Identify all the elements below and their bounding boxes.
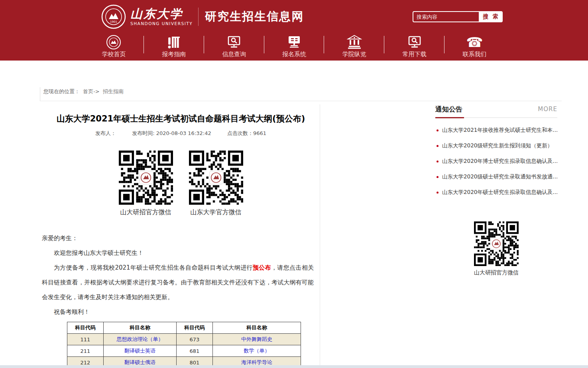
col-header-code: 科目代码: [177, 322, 213, 334]
subject-code: 111: [67, 334, 104, 345]
svg-text:1901: 1901: [110, 20, 117, 23]
article-body: 亲爱的考生： 欢迎您报考山东大学硕士研究生！ 为方便备考，现将我校2021年硕士…: [42, 231, 314, 319]
subject-link[interactable]: 翻译硕士英语: [124, 348, 155, 354]
col-header-name: 科目名称: [104, 322, 177, 334]
subject-link[interactable]: 翻译硕士俄语: [124, 359, 155, 365]
subject-name-cell: 数学（单）: [213, 345, 301, 357]
paragraph-welcome: 欢迎您报考山东大学硕士研究生！: [42, 246, 314, 260]
sidebar-qr-caption: 山大研招官方微信: [435, 269, 557, 276]
nav-label: 学校首页: [102, 51, 126, 58]
salutation: 亲爱的考生：: [42, 231, 314, 246]
nav-item-info-query[interactable]: 信息查询: [204, 34, 264, 58]
qr-code-yanzhao-wechat: [119, 151, 173, 205]
page: 1901 山东大学 SHANDONG UNIVERSITY 研究生招生信息网 搜…: [0, 0, 588, 368]
breadcrumb-home-link[interactable]: 首页: [83, 88, 93, 94]
article-meta: 发布人： 发布时间: 2020-08-03 16:32:42 点击次数：9661: [42, 130, 320, 137]
qr-block-university: 山东大学官方微信: [189, 151, 243, 217]
phone-icon: ☎: [466, 34, 483, 50]
nav-item-contact-us[interactable]: ☎ 联系我们: [444, 34, 505, 58]
notice-header: 通知公告 MORE: [435, 105, 557, 118]
search-bar: 搜 索: [413, 11, 503, 22]
qr-code-row: 山大研招官方微信 山东大学官方微信: [42, 151, 320, 217]
school-seal-icon: [106, 34, 121, 50]
nav-label: 联系我们: [463, 51, 487, 58]
notice-item[interactable]: 山东大学2020级研究生新生报到须知（更新）: [435, 142, 557, 149]
nav-label: 常用下载: [403, 51, 427, 58]
subject-code: 673: [177, 334, 213, 345]
publisher-label: 发布人：: [95, 130, 116, 136]
column-divider: [320, 104, 320, 365]
university-seal-icon: 1901: [101, 4, 126, 29]
table-row: 111 思想政治理论（单） 673 中外舞舞蹈史: [67, 334, 301, 345]
register-monitor-icon: [286, 34, 302, 50]
sidebar: 通知公告 MORE 山东大学2021年接收推荐免试硕士研究生和本... 山东大学…: [435, 105, 557, 276]
university-name: 山东大学 SHANDONG UNIVERSITY: [130, 8, 193, 26]
nav-label: 报名系统: [282, 51, 306, 58]
breadcrumb-current-link[interactable]: 招生指南: [103, 88, 124, 94]
qr-caption: 山东大学官方微信: [189, 208, 243, 217]
notice-item[interactable]: 山东大学2020年博士研究生拟录取信息确认及...: [435, 158, 557, 165]
viewport-bottom-strip: [0, 365, 588, 368]
university-name-cn: 山东大学: [130, 8, 193, 20]
subject-name-cell: 翻译硕士英语: [104, 345, 177, 357]
site-header: 1901 山东大学 SHANDONG UNIVERSITY 研究生招生信息网 搜…: [0, 0, 588, 61]
notice-list: 山东大学2021年接收推荐免试硕士研究生和本... 山东大学2020级研究生新生…: [435, 127, 557, 196]
notice-item[interactable]: 山东大学2020级硕士研究生录取通知书发放通...: [435, 173, 557, 180]
logo-divider: [198, 8, 199, 26]
subjects-table: 科目代码 科目名称 科目代码 科目名称 111 思想政治理论（单） 673 中外…: [67, 322, 301, 368]
subject-link[interactable]: 中外舞舞蹈史: [241, 336, 272, 342]
table-header-row: 科目代码 科目名称 科目代码 科目名称: [67, 322, 301, 334]
university-name-en: SHANDONG UNIVERSITY: [130, 21, 193, 26]
search-button[interactable]: 搜 索: [480, 11, 503, 22]
nav-item-school-home[interactable]: 学校首页: [84, 34, 144, 58]
subject-name-cell: 思想政治理论（单）: [104, 334, 177, 345]
paragraph-notice-text: 为方便备考，现将我校2021年硕士研究生招生各自命题科目考试大纲进行: [54, 264, 253, 271]
nav-item-downloads[interactable]: 常用下载: [384, 34, 444, 58]
publish-time: 发布时间: 2020-08-03 16:32:42: [132, 130, 211, 136]
download-monitor-icon: [407, 34, 423, 50]
subject-name-cell: 中外舞舞蹈史: [213, 334, 301, 345]
guide-icon: [166, 34, 181, 50]
article: 山东大学2021年硕士生招生考试初试自命题科目考试大纲(预公布) 发布人： 发布…: [42, 104, 320, 368]
breadcrumb: 您现在的位置： 首页-> 招生指南: [40, 87, 562, 101]
qr-block-yanzhao: 山大研招官方微信: [119, 151, 173, 217]
subject-link[interactable]: 思想政治理论（单）: [117, 336, 163, 342]
main-nav: 学校首页 报考指南: [84, 34, 505, 58]
qr-code-university-wechat: [189, 151, 243, 205]
subject-code: 681: [177, 345, 213, 357]
nav-label: 学院纵览: [342, 51, 366, 58]
hit-count: 点击次数：9661: [227, 130, 266, 136]
nav-item-application-guide[interactable]: 报考指南: [144, 34, 204, 58]
nav-label: 报考指南: [162, 51, 186, 58]
nav-item-college-overview[interactable]: 学院纵览: [324, 34, 384, 58]
notice-item[interactable]: 山东大学2021年接收推荐免试硕士研究生和本...: [435, 127, 557, 134]
subject-code: 211: [67, 345, 104, 357]
breadcrumb-separator: ->: [93, 88, 100, 94]
nav-label: 信息查询: [222, 51, 246, 58]
paragraph-notice: 为方便备考，现将我校2021年硕士研究生招生各自命题科目考试大纲进行预公布，请您…: [42, 260, 314, 305]
paragraph-wish: 祝备考顺利！: [42, 305, 314, 319]
breadcrumb-prefix: 您现在的位置：: [43, 88, 80, 94]
subject-link[interactable]: 数学（单）: [244, 348, 270, 354]
sidebar-qr-code: [474, 221, 519, 266]
subject-link[interactable]: 海洋科学导论: [241, 359, 272, 365]
more-link[interactable]: MORE: [538, 106, 557, 113]
search-input[interactable]: [413, 11, 480, 22]
qr-caption: 山大研招官方微信: [119, 208, 173, 217]
article-title: 山东大学2021年硕士生招生考试初试自命题科目考试大纲(预公布): [42, 113, 320, 124]
logo[interactable]: 1901 山东大学 SHANDONG UNIVERSITY 研究生招生信息网: [101, 3, 304, 30]
col-header-name: 科目名称: [213, 322, 301, 334]
col-header-code: 科目代码: [67, 322, 104, 334]
table-row: 211 翻译硕士英语 681 数学（单）: [67, 345, 301, 357]
site-title: 研究生招生信息网: [205, 9, 304, 25]
notice-title: 通知公告: [435, 105, 462, 114]
nav-item-registration-system[interactable]: 报名系统: [264, 34, 324, 58]
pre-publish-highlight: 预公布: [253, 264, 271, 271]
search-monitor-icon: [226, 34, 242, 50]
notice-item[interactable]: 山东大学2020年硕士研究生拟录取信息确认及...: [435, 189, 557, 196]
college-icon: [347, 34, 362, 50]
